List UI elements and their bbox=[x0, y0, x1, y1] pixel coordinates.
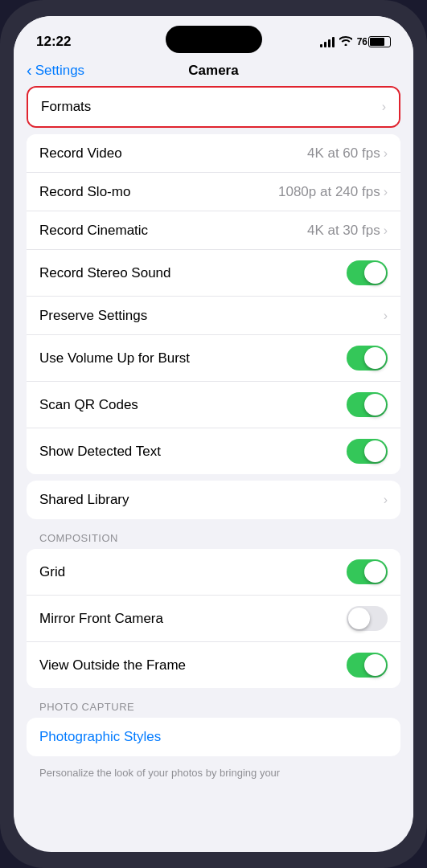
formats-label: Formats bbox=[41, 99, 91, 115]
shared-library-label: Shared Library bbox=[39, 492, 129, 508]
mirror-front-camera-label: Mirror Front Camera bbox=[39, 611, 163, 627]
record-cinematic-row[interactable]: Record Cinematic 4K at 30 fps › bbox=[27, 211, 400, 250]
signal-bars-icon bbox=[320, 36, 335, 47]
video-settings-group: Record Video 4K at 60 fps › Record Slo-m… bbox=[27, 134, 400, 474]
preserve-settings-label: Preserve Settings bbox=[39, 308, 147, 324]
record-slomo-row[interactable]: Record Slo-mo 1080p at 240 fps › bbox=[27, 173, 400, 211]
toggle-knob bbox=[364, 262, 386, 284]
toggle-knob bbox=[364, 394, 386, 416]
formats-row[interactable]: Formats › bbox=[28, 88, 399, 126]
record-slomo-label: Record Slo-mo bbox=[39, 184, 130, 200]
record-cinematic-label: Record Cinematic bbox=[39, 223, 148, 239]
chevron-right-icon: › bbox=[384, 493, 388, 507]
chevron-right-icon: › bbox=[384, 146, 388, 161]
toggle-knob bbox=[364, 440, 386, 462]
grid-row: Grid bbox=[27, 549, 400, 596]
phone-screen: 12:22 76 bbox=[14, 16, 413, 852]
scan-qr-codes-label: Scan QR Codes bbox=[39, 397, 138, 413]
nav-bar: ‹ Settings Camera bbox=[14, 56, 413, 86]
mirror-front-camera-toggle[interactable] bbox=[347, 606, 388, 631]
status-time: 12:22 bbox=[36, 34, 71, 50]
composition-group: Grid Mirror Front Camera View Outside th… bbox=[27, 549, 400, 688]
chevron-right-icon: › bbox=[384, 309, 388, 323]
chevron-right-icon: › bbox=[384, 185, 388, 199]
record-video-value: 4K at 60 fps › bbox=[307, 145, 388, 162]
back-button[interactable]: ‹ Settings bbox=[27, 61, 84, 80]
status-bar: 12:22 76 bbox=[14, 16, 413, 56]
use-volume-up-row: Use Volume Up for Burst bbox=[27, 335, 400, 382]
back-chevron-icon: ‹ bbox=[27, 61, 32, 80]
back-label: Settings bbox=[35, 63, 84, 79]
use-volume-up-label: Use Volume Up for Burst bbox=[39, 350, 190, 366]
record-stereo-sound-label: Record Stereo Sound bbox=[39, 265, 171, 281]
scan-qr-codes-toggle[interactable] bbox=[347, 392, 388, 417]
wifi-icon bbox=[339, 36, 352, 48]
chevron-right-icon: › bbox=[382, 100, 386, 114]
shared-library-row[interactable]: Shared Library › bbox=[27, 481, 400, 519]
battery-level: 76 bbox=[357, 36, 367, 47]
view-outside-frame-toggle[interactable] bbox=[347, 653, 388, 678]
toggle-knob bbox=[364, 561, 386, 583]
shared-library-group: Shared Library › bbox=[27, 481, 400, 519]
record-stereo-sound-row: Record Stereo Sound bbox=[27, 250, 400, 297]
record-slomo-value: 1080p at 240 fps › bbox=[278, 184, 388, 200]
photo-capture-section-header: PHOTO CAPTURE bbox=[27, 694, 400, 718]
photo-capture-group: Photographic Styles bbox=[27, 718, 400, 756]
dynamic-island bbox=[166, 26, 262, 53]
record-video-label: Record Video bbox=[39, 145, 122, 162]
show-detected-text-toggle[interactable] bbox=[347, 439, 388, 464]
toggle-knob bbox=[364, 347, 386, 369]
scan-qr-codes-row: Scan QR Codes bbox=[27, 382, 400, 428]
photographic-styles-row[interactable]: Photographic Styles bbox=[27, 718, 400, 756]
use-volume-up-toggle[interactable] bbox=[347, 346, 388, 371]
record-video-row[interactable]: Record Video 4K at 60 fps › bbox=[27, 134, 400, 173]
preserve-settings-value: › bbox=[384, 309, 388, 323]
show-detected-text-row: Show Detected Text bbox=[27, 428, 400, 474]
grid-label: Grid bbox=[39, 564, 65, 580]
status-icons: 76 bbox=[320, 36, 391, 48]
toggle-knob bbox=[348, 608, 370, 629]
battery-icon: 76 bbox=[357, 36, 391, 47]
mirror-front-camera-row: Mirror Front Camera bbox=[27, 596, 400, 642]
preserve-settings-row[interactable]: Preserve Settings › bbox=[27, 297, 400, 335]
page-title: Camera bbox=[188, 63, 238, 79]
formats-group: Formats › bbox=[27, 86, 400, 128]
view-outside-frame-row: View Outside the Frame bbox=[27, 642, 400, 688]
grid-toggle[interactable] bbox=[347, 559, 388, 584]
photo-capture-description: Personalize the look of your photos by b… bbox=[27, 763, 400, 787]
composition-section-header: COMPOSITION bbox=[27, 526, 400, 549]
chevron-right-icon: › bbox=[384, 223, 388, 238]
phone-frame: 12:22 76 bbox=[0, 0, 427, 868]
record-stereo-sound-toggle[interactable] bbox=[347, 260, 388, 285]
shared-library-value: › bbox=[384, 493, 388, 507]
show-detected-text-label: Show Detected Text bbox=[39, 444, 161, 460]
settings-content: Formats › Record Video 4K at 60 fps › Re… bbox=[14, 86, 413, 787]
toggle-knob bbox=[364, 654, 386, 676]
formats-value: › bbox=[382, 100, 386, 114]
photographic-styles-label: Photographic Styles bbox=[39, 729, 161, 745]
view-outside-frame-label: View Outside the Frame bbox=[39, 657, 186, 674]
record-cinematic-value: 4K at 30 fps › bbox=[307, 223, 388, 239]
